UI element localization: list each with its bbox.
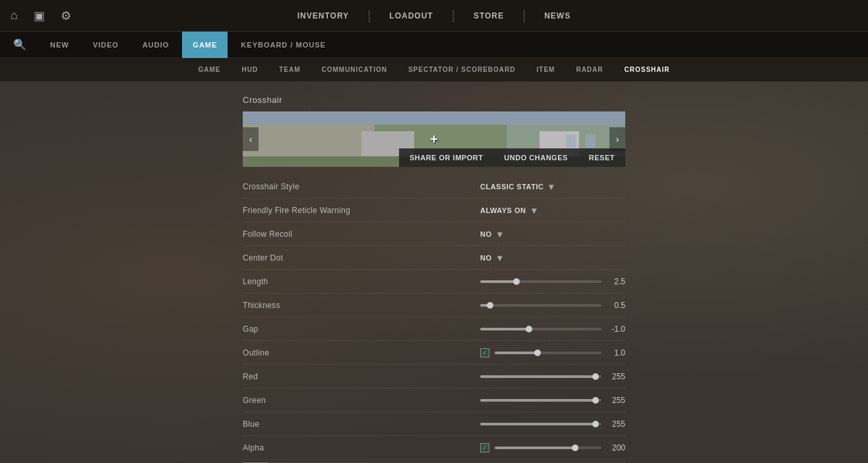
slider-track-gap[interactable]	[480, 328, 602, 330]
nav-store[interactable]: STORE	[455, 0, 522, 32]
slider-row-alpha: Alpha200	[243, 436, 625, 460]
preview-next-button[interactable]: ›	[609, 127, 625, 151]
slider-track-container-thickness	[480, 304, 602, 307]
center-dot-dropdown[interactable]: NO ▾	[480, 253, 502, 263]
slider-track-length[interactable]	[480, 280, 602, 283]
tab-keyboard[interactable]: KEYBOARD / MOUSE	[230, 32, 336, 58]
top-nav-center: INVENTORY | LOADOUT | STORE | NEWS	[279, 0, 589, 32]
search-icon[interactable]: 🔍	[13, 38, 26, 51]
slider-checkbox-alpha[interactable]	[480, 443, 489, 452]
subtab-team[interactable]: TEAM	[279, 66, 300, 73]
slider-label-red: Red	[243, 372, 480, 381]
slider-label-gap: Gap	[243, 324, 480, 334]
slider-fill-length	[480, 280, 516, 283]
subtab-hud[interactable]: HUD	[241, 66, 258, 73]
subtab-crosshair[interactable]: CROSSHAIR	[625, 66, 670, 73]
slider-track-container-alpha	[480, 443, 602, 452]
follow-recoil-dropdown[interactable]: NO ▾	[480, 229, 502, 239]
preview-bg: + ‹ › Share or Import Undo Changes Reset	[243, 111, 625, 167]
slider-row-blue: Blue255	[243, 412, 625, 436]
main-container: ⌂ ▣ ⚙ INVENTORY | LOADOUT | STORE | NEWS…	[0, 0, 868, 463]
slider-value-alpha: 200	[602, 443, 625, 452]
slider-fill-blue	[480, 423, 596, 425]
follow-recoil-label: Follow Recoil	[243, 230, 480, 239]
follow-recoil-arrow-icon: ▾	[497, 229, 503, 239]
subtab-communication[interactable]: COMMUNICATION	[321, 66, 387, 73]
tv-icon[interactable]: ▣	[34, 9, 45, 23]
slider-track-container-length	[480, 280, 602, 283]
nav-news[interactable]: NEWS	[526, 0, 589, 32]
svg-rect-5	[566, 135, 576, 148]
slider-value-gap: -1.0	[602, 324, 625, 334]
undo-changes-button[interactable]: Undo Changes	[493, 148, 578, 167]
crosshair-style-value: CLASSIC STATIC	[480, 183, 543, 191]
slider-label-outline: Outline	[243, 348, 480, 357]
slider-row-green: Green255	[243, 388, 625, 412]
slider-row-thickness: Thickness0.5	[243, 293, 625, 317]
follow-recoil-row: Follow Recoil NO ▾	[243, 222, 625, 246]
preview-prev-button[interactable]: ‹	[243, 127, 259, 151]
crosshair-style-arrow-icon: ▾	[549, 181, 554, 192]
friendly-fire-row: Friendly Fire Reticle Warning ALWAYS ON …	[243, 199, 625, 222]
slider-fill-alpha	[495, 447, 575, 449]
slider-track-outline[interactable]	[495, 352, 602, 354]
content-inner: Crosshair	[243, 95, 625, 463]
tab-game[interactable]: GAME	[182, 32, 228, 58]
center-dot-arrow-icon: ▾	[497, 253, 503, 263]
crosshair-style-dropdown[interactable]: CLASSIC STATIC ▾	[480, 181, 554, 192]
tab-audio[interactable]: AUDIO	[132, 32, 179, 58]
follow-recoil-value: NO	[480, 230, 492, 238]
slider-value-red: 255	[602, 372, 625, 381]
top-nav-left: ⌂ ▣ ⚙	[0, 9, 71, 23]
slider-track-blue[interactable]	[480, 423, 602, 425]
home-icon[interactable]: ⌂	[11, 9, 18, 22]
crosshair-style-label: Crosshair Style	[243, 182, 480, 191]
slider-track-container-green	[480, 399, 602, 402]
subtab-game[interactable]: GAME	[198, 66, 220, 73]
reset-button[interactable]: Reset	[578, 148, 625, 167]
slider-value-length: 2.5	[602, 277, 625, 286]
slider-fill-outline	[495, 352, 538, 354]
slider-row-gap: Gap-1.0	[243, 317, 625, 341]
slider-track-container-gap	[480, 328, 602, 330]
tab-video[interactable]: VIDEO	[82, 32, 129, 58]
slider-thumb-red[interactable]	[592, 373, 599, 380]
slider-value-thickness: 0.5	[602, 301, 625, 310]
slider-label-alpha: Alpha	[243, 443, 480, 452]
crosshair-style-row: Crosshair Style CLASSIC STATIC ▾	[243, 175, 625, 199]
content-area: Crosshair	[0, 82, 868, 463]
slider-value-green: 255	[602, 396, 625, 405]
svg-rect-6	[586, 135, 596, 148]
center-dot-label: Center Dot	[243, 253, 480, 262]
slider-thumb-length[interactable]	[513, 278, 520, 285]
nav-loadout[interactable]: LOADOUT	[371, 0, 451, 32]
slider-track-red[interactable]	[480, 375, 602, 378]
tab-new[interactable]: NEW	[40, 32, 80, 58]
slider-track-thickness[interactable]	[480, 304, 602, 307]
friendly-fire-arrow-icon: ▾	[532, 205, 537, 216]
slider-thumb-green[interactable]	[592, 397, 599, 404]
friendly-fire-value: ALWAYS ON	[480, 206, 526, 214]
slider-thumb-outline[interactable]	[534, 350, 541, 356]
friendly-fire-dropdown[interactable]: ALWAYS ON ▾	[480, 205, 536, 216]
slider-label-blue: Blue	[243, 419, 480, 429]
slider-thumb-alpha[interactable]	[572, 445, 578, 451]
subtab-radar[interactable]: RADAR	[576, 66, 603, 73]
subtab-spectator[interactable]: SPECTATOR / SCOREBOARD	[408, 66, 516, 73]
top-nav: ⌂ ▣ ⚙ INVENTORY | LOADOUT | STORE | NEWS	[0, 0, 868, 32]
slider-track-green[interactable]	[480, 399, 602, 402]
slider-thumb-thickness[interactable]	[487, 302, 493, 309]
slider-track-alpha[interactable]	[495, 447, 602, 449]
nav-inventory[interactable]: INVENTORY	[279, 0, 367, 32]
share-import-button[interactable]: Share or Import	[399, 148, 493, 167]
preview-btn-row: Share or Import Undo Changes Reset	[399, 148, 625, 167]
settings-icon[interactable]: ⚙	[61, 9, 71, 23]
slider-thumb-gap[interactable]	[526, 326, 532, 332]
slider-track-container-red	[480, 375, 602, 378]
slider-thumb-blue[interactable]	[592, 421, 599, 427]
subtab-item[interactable]: ITEM	[537, 66, 555, 73]
slider-value-blue: 255	[602, 419, 625, 429]
slider-label-length: Length	[243, 277, 480, 286]
slider-fill-gap	[480, 328, 529, 330]
slider-checkbox-outline[interactable]	[480, 348, 489, 357]
